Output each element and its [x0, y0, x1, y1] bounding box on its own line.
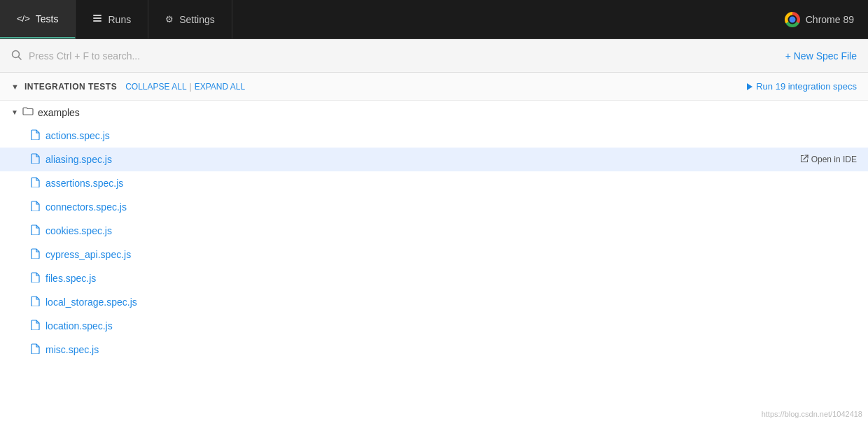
search-bar: Press Ctrl + F to search... + New Spec F… [0, 39, 868, 73]
file-icon [31, 296, 40, 308]
section-title: INTEGRATION TESTS [24, 82, 117, 92]
file-name: connectors.spec.js [46, 201, 127, 213]
top-nav: </> Tests Runs ⚙ Settings Chrome 89 [0, 0, 868, 39]
tab-tests[interactable]: </> Tests [0, 0, 76, 38]
file-list: actions.spec.js aliasing.spec.js Open in… [0, 124, 868, 362]
search-placeholder[interactable]: Press Ctrl + F to search... [29, 50, 785, 62]
browser-name: Chrome 89 [806, 14, 854, 25]
tab-settings-label: Settings [179, 14, 215, 25]
file-icon [31, 320, 40, 332]
tab-tests-label: Tests [36, 13, 59, 24]
tab-runs-label: Runs [108, 14, 131, 25]
file-row[interactable]: actions.spec.js [0, 124, 868, 148]
divider: | [190, 82, 192, 92]
new-spec-button[interactable]: + New Spec File [785, 50, 857, 62]
folder-examples[interactable]: ▼ examples [0, 101, 868, 124]
tab-settings[interactable]: ⚙ Settings [148, 0, 232, 38]
tests-icon: </> [17, 13, 30, 24]
svg-rect-1 [93, 17, 102, 19]
run-specs-button[interactable]: Run 19 integration specs [747, 81, 857, 92]
runs-icon [92, 13, 102, 25]
file-icon [31, 272, 40, 285]
file-name: misc.spec.js [46, 344, 99, 355]
file-name: local_storage.spec.js [46, 297, 137, 308]
file-icon [31, 343, 40, 356]
folder-examples-label: examples [38, 107, 80, 118]
file-row[interactable]: misc.spec.js [0, 338, 868, 362]
svg-line-4 [19, 57, 22, 59]
file-name: aliasing.spec.js [46, 154, 112, 165]
file-name: actions.spec.js [46, 130, 110, 141]
file-icon [31, 248, 40, 261]
open-ide-button[interactable]: Open in IDE [800, 155, 857, 165]
run-specs-label: Run 19 integration specs [756, 81, 857, 92]
file-row[interactable]: local_storage.spec.js [0, 290, 868, 314]
file-name: assertions.spec.js [46, 178, 123, 189]
file-tree: ▼ examples actions.spec.js aliasing.spec… [0, 101, 868, 415]
file-icon [31, 129, 40, 142]
expand-all-button[interactable]: EXPAND ALL [195, 82, 245, 92]
file-name: location.spec.js [46, 320, 113, 331]
integration-section-header: ▼ INTEGRATION TESTS COLLAPSE ALL | EXPAN… [0, 73, 868, 101]
file-row[interactable]: files.spec.js [0, 266, 868, 290]
svg-rect-0 [93, 15, 102, 16]
file-row[interactable]: location.spec.js [0, 314, 868, 338]
file-row[interactable]: assertions.spec.js [0, 171, 868, 195]
browser-badge: Chrome 89 [771, 0, 868, 38]
file-name: cypress_api.spec.js [46, 249, 131, 260]
folder-icon [22, 106, 34, 118]
svg-line-5 [804, 155, 808, 159]
file-name: cookies.spec.js [46, 225, 112, 236]
search-icon [11, 50, 22, 62]
tab-runs[interactable]: Runs [76, 0, 148, 38]
file-icon [31, 177, 40, 190]
collapse-all-button[interactable]: COLLAPSE ALL [125, 82, 186, 92]
open-in-ide-icon [800, 155, 808, 165]
file-icon [31, 201, 40, 213]
chrome-icon [785, 12, 800, 27]
nav-spacer [232, 0, 771, 38]
section-toggle[interactable]: ▼ [11, 83, 19, 91]
file-row[interactable]: cookies.spec.js [0, 219, 868, 243]
play-icon [747, 83, 752, 90]
settings-icon: ⚙ [165, 14, 174, 24]
svg-rect-2 [93, 20, 102, 22]
folder-toggle-icon: ▼ [11, 108, 18, 116]
file-icon [31, 153, 40, 166]
open-ide-label: Open in IDE [811, 155, 857, 164]
file-row[interactable]: aliasing.spec.js Open in IDE [0, 148, 868, 171]
file-row[interactable]: cypress_api.spec.js [0, 243, 868, 266]
file-icon [31, 224, 40, 237]
file-name: files.spec.js [46, 273, 96, 284]
file-row[interactable]: connectors.spec.js [0, 195, 868, 219]
